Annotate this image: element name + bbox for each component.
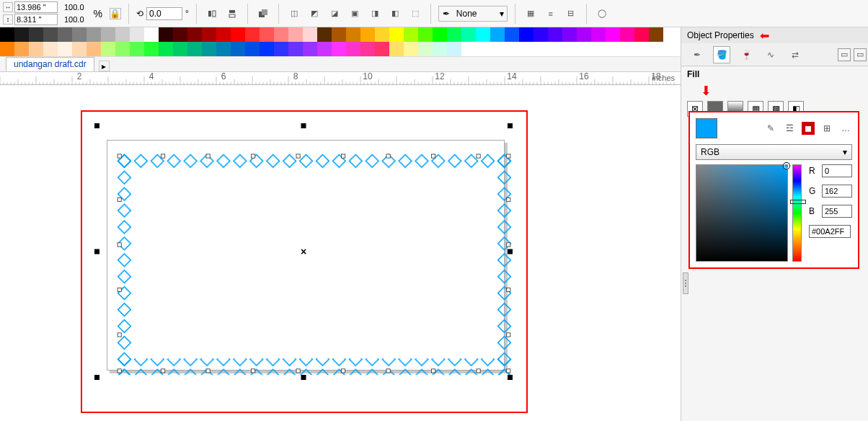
palette-swatch[interactable]: [202, 27, 216, 42]
palette-swatch[interactable]: [490, 27, 505, 42]
weld-button[interactable]: ◫: [286, 6, 302, 22]
palette-swatch[interactable]: [288, 27, 303, 42]
palette-swatch[interactable]: [202, 42, 216, 56]
align-button[interactable]: ≡: [543, 6, 559, 22]
selection-handle[interactable]: [301, 375, 306, 380]
palette-swatch[interactable]: [43, 27, 58, 42]
palette-swatch[interactable]: [58, 42, 72, 56]
document-tab[interactable]: undangan draft.cdr: [6, 57, 94, 71]
palette-swatch[interactable]: [231, 42, 245, 56]
summary-tab[interactable]: ⇄: [787, 46, 804, 63]
palette-swatch[interactable]: [433, 27, 447, 42]
hex-input[interactable]: [809, 225, 851, 238]
selection-handle[interactable]: [508, 375, 513, 380]
palette-swatch[interactable]: [418, 27, 433, 42]
color-palettes-button[interactable]: ⊞: [820, 122, 833, 135]
drawing-canvas[interactable]: ×: [0, 85, 681, 421]
curve-tab[interactable]: ∿: [762, 46, 779, 63]
palette-swatch[interactable]: [115, 42, 130, 56]
palette-swatch[interactable]: [29, 42, 43, 56]
fill-tab[interactable]: 🪣: [713, 46, 730, 63]
palette-swatch[interactable]: [87, 27, 101, 42]
palette-swatch[interactable]: [375, 27, 389, 42]
boundary-button[interactable]: ⬚: [407, 6, 423, 22]
palette-swatch[interactable]: [548, 27, 562, 42]
palette-swatch[interactable]: [159, 42, 173, 56]
palette-swatch[interactable]: [159, 27, 173, 42]
object-height-input[interactable]: [14, 14, 58, 25]
scale-y-value[interactable]: 100.0: [62, 14, 87, 25]
scale-x-value[interactable]: 100.0: [62, 1, 87, 13]
hue-marker[interactable]: [790, 200, 806, 204]
palette-swatch[interactable]: [245, 42, 260, 56]
palette-swatch[interactable]: [115, 27, 130, 42]
to-front-button[interactable]: [255, 6, 271, 22]
palette-swatch[interactable]: [72, 27, 87, 42]
palette-swatch[interactable]: [447, 27, 461, 42]
lock-ratio-button[interactable]: 🔒: [110, 8, 121, 19]
mirror-vertical-button[interactable]: [224, 6, 240, 22]
palette-swatch[interactable]: [505, 27, 519, 42]
convert-curves-button[interactable]: ◯: [594, 6, 610, 22]
palette-swatch[interactable]: [418, 42, 433, 56]
saturation-value-field[interactable]: [696, 164, 788, 262]
intersect-button[interactable]: ◪: [327, 6, 342, 22]
color-viewer-button[interactable]: ◼: [802, 122, 815, 135]
docker-expand-button[interactable]: ▭: [854, 48, 867, 61]
outline-tab[interactable]: ✒: [688, 46, 706, 63]
palette-swatch[interactable]: [519, 27, 533, 42]
palette-swatch[interactable]: [231, 27, 245, 42]
color-sliders-button[interactable]: ☲: [783, 122, 796, 135]
selection-handle[interactable]: [508, 123, 513, 128]
palette-swatch[interactable]: [303, 42, 317, 56]
palette-swatch[interactable]: [58, 27, 72, 42]
palette-swatch[interactable]: [620, 27, 634, 42]
palette-swatch[interactable]: [14, 42, 29, 56]
selection-handle[interactable]: [301, 123, 306, 128]
mirror-horizontal-button[interactable]: [204, 6, 220, 22]
palette-swatch[interactable]: [260, 27, 274, 42]
palette-swatch[interactable]: [332, 42, 346, 56]
docker-grip[interactable]: [683, 272, 688, 294]
palette-swatch[interactable]: [649, 27, 663, 42]
palette-swatch[interactable]: [130, 42, 144, 56]
object-width-input[interactable]: [14, 1, 58, 13]
b-input[interactable]: [822, 205, 852, 218]
palette-swatch[interactable]: [533, 27, 548, 42]
r-input[interactable]: [822, 164, 852, 177]
palette-swatch[interactable]: [389, 27, 404, 42]
color-model-dropdown[interactable]: RGB ▾: [696, 144, 852, 160]
align-button-2[interactable]: ⊟: [563, 6, 579, 22]
palette-swatch[interactable]: [260, 42, 274, 56]
palette-swatch[interactable]: [144, 27, 159, 42]
palette-swatch[interactable]: [634, 27, 649, 42]
back-minus-front-button[interactable]: ◧: [387, 6, 403, 22]
palette-swatch[interactable]: [43, 42, 58, 56]
palette-swatch[interactable]: [375, 42, 389, 56]
palette-swatch[interactable]: [245, 27, 260, 42]
palette-swatch[interactable]: [317, 42, 332, 56]
palette-swatch[interactable]: [187, 42, 202, 56]
selection-handle[interactable]: [94, 249, 99, 254]
palette-swatch[interactable]: [288, 42, 303, 56]
palette-swatch[interactable]: [101, 42, 115, 56]
palette-swatch[interactable]: [216, 27, 231, 42]
hue-slider[interactable]: [792, 164, 802, 262]
g-input[interactable]: [822, 185, 852, 198]
transparency-tab[interactable]: 🍷: [738, 46, 755, 63]
palette-swatch[interactable]: [14, 27, 29, 42]
palette-swatch[interactable]: [461, 27, 476, 42]
palette-swatch[interactable]: [130, 27, 144, 42]
wrap-text-button[interactable]: ▦: [523, 6, 539, 22]
palette-swatch[interactable]: [447, 42, 461, 56]
palette-swatch[interactable]: [606, 27, 620, 42]
palette-swatch[interactable]: [360, 27, 375, 42]
palette-swatch[interactable]: [29, 27, 43, 42]
eyedropper-button[interactable]: ✎: [764, 122, 777, 135]
palette-swatch[interactable]: [173, 42, 187, 56]
palette-swatch[interactable]: [173, 27, 187, 42]
palette-swatch[interactable]: [0, 42, 14, 56]
palette-swatch[interactable]: [101, 27, 115, 42]
palette-swatch[interactable]: [562, 27, 577, 42]
palette-swatch[interactable]: [216, 42, 231, 56]
